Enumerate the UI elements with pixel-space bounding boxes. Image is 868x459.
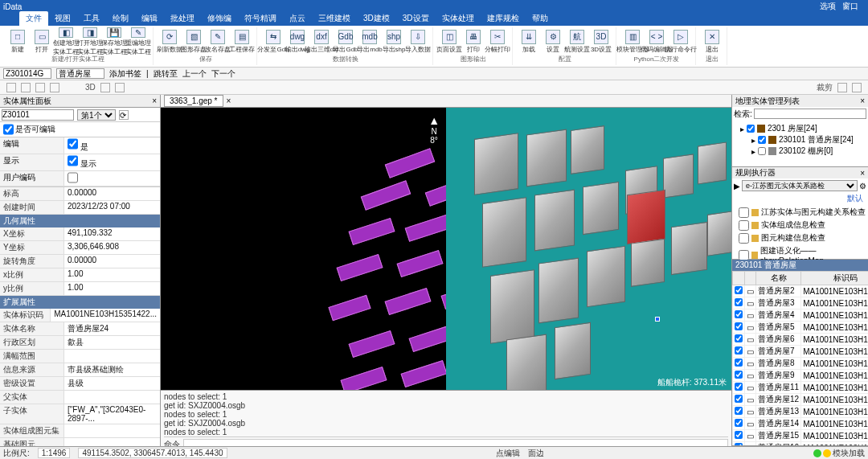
building-3d[interactable]: [526, 129, 567, 186]
edit-mode[interactable]: 点编辑: [496, 448, 520, 459]
building-2d[interactable]: [341, 367, 387, 390]
tool-icon[interactable]: [21, 83, 31, 92]
ribbon-button[interactable]: 航航测设置: [566, 30, 588, 54]
row-checkbox[interactable]: [735, 359, 743, 367]
prop-row[interactable]: X坐标491,109.332: [0, 227, 160, 241]
prop-checkbox[interactable]: [68, 172, 78, 183]
rule-item[interactable]: 实体组成信息检查: [734, 219, 866, 232]
building-2d[interactable]: [361, 180, 411, 210]
building-3d[interactable]: [627, 190, 665, 245]
building-2d[interactable]: [409, 325, 446, 352]
prev-btn[interactable]: 上一个: [182, 68, 207, 80]
building-3d[interactable]: [538, 257, 579, 323]
ribbon-button[interactable]: Gdb导出Gdb: [334, 30, 357, 54]
menu-tab[interactable]: 三维建模: [312, 11, 357, 26]
prop-row[interactable]: x比例1.00: [0, 268, 160, 282]
ribbon-button[interactable]: ◧创建地理实体工程: [55, 30, 77, 54]
building-2d[interactable]: [349, 218, 395, 245]
building-3d[interactable]: [482, 197, 526, 268]
building-3d[interactable]: [707, 210, 731, 256]
building-2d[interactable]: [405, 213, 446, 242]
layer-id-input[interactable]: [2, 109, 74, 121]
rule-item[interactable]: 江苏实体与图元构建关系检查: [734, 206, 866, 219]
search-input[interactable]: [754, 109, 866, 119]
rule-checkbox[interactable]: [739, 233, 749, 244]
tree-checkbox[interactable]: [747, 125, 755, 133]
building-2d[interactable]: [328, 295, 371, 322]
row-checkbox[interactable]: [735, 371, 743, 379]
prop-row[interactable]: 信息来源市县级基础测绘: [0, 363, 160, 377]
ribbon-button[interactable]: ⇊加载: [518, 30, 540, 54]
run-icon[interactable]: ▶: [734, 182, 740, 191]
prop-row[interactable]: 行政区划歙县: [0, 336, 160, 350]
scale-value[interactable]: 1:1496: [38, 448, 71, 458]
table-row[interactable]: ▭普通房屋8MA1001NE103H1535...: [733, 358, 869, 370]
building-3d[interactable]: [663, 154, 694, 198]
crop-label[interactable]: 裁剪: [817, 82, 833, 93]
close-icon[interactable]: ×: [227, 96, 231, 105]
building-3d[interactable]: [671, 222, 707, 275]
ribbon-button[interactable]: ▷执行命令行: [669, 30, 692, 54]
tree-checkbox[interactable]: [758, 147, 766, 155]
rule-item[interactable]: 图元构建信息检查: [734, 232, 866, 244]
ribbon-button[interactable]: □新建: [6, 30, 29, 54]
tree-node[interactable]: ▸ 230102 棚房[0]: [734, 145, 866, 157]
row-checkbox[interactable]: [735, 298, 743, 306]
ribbon-button[interactable]: ◫页面设置: [438, 30, 461, 54]
tool-icon[interactable]: [852, 83, 862, 92]
ribbon-button[interactable]: 🖶打印: [462, 30, 485, 54]
building-3d[interactable]: [698, 141, 727, 184]
prop-row[interactable]: Y坐标3,306,646.908: [0, 241, 160, 255]
rule-checkbox[interactable]: [739, 207, 749, 218]
building-2d[interactable]: [385, 288, 432, 315]
default-link[interactable]: 默认: [732, 193, 868, 204]
row-checkbox[interactable]: [735, 286, 743, 294]
building-2d[interactable]: [425, 176, 446, 206]
ribbon-button[interactable]: 💾保存地理实体工程: [103, 30, 125, 54]
ribbon-button[interactable]: dxf输出三维dxf: [310, 30, 333, 54]
building-2d[interactable]: [349, 330, 395, 358]
ribbon-button[interactable]: ⟳刷新数据: [158, 30, 181, 54]
building-2d[interactable]: [337, 254, 383, 281]
menu-tab[interactable]: 工具: [77, 11, 106, 26]
building-3d[interactable]: [587, 246, 625, 308]
opt-link[interactable]: 选项: [820, 1, 836, 12]
table-row[interactable]: ▭普通房屋2MA1001NE103H1535...: [733, 285, 869, 297]
3d-label[interactable]: 3D: [85, 83, 96, 92]
menu-tab[interactable]: 批处理: [164, 11, 201, 26]
menu-tab[interactable]: 绘制: [106, 11, 135, 26]
building-3d[interactable]: [474, 133, 518, 195]
menu-tab[interactable]: 修饰编: [201, 11, 238, 26]
rule-checkbox[interactable]: [739, 220, 749, 231]
prop-row[interactable]: 旋转角度0.00000: [0, 255, 160, 268]
code-input[interactable]: [3, 68, 51, 79]
building-2d[interactable]: [385, 148, 436, 178]
menu-tab[interactable]: 视图: [48, 11, 77, 26]
tool-icon[interactable]: [837, 83, 847, 92]
ribbon-button[interactable]: ▧图形存盘: [182, 30, 205, 54]
building-2d[interactable]: [401, 360, 446, 387]
table-row[interactable]: ▭普通房屋9MA1001NE103H1535...: [733, 370, 869, 382]
ribbon-button[interactable]: ▤工程保存: [231, 30, 253, 54]
menu-tab[interactable]: 点云: [283, 11, 312, 26]
next-btn[interactable]: 下一个: [211, 68, 235, 80]
row-checkbox[interactable]: [735, 310, 743, 318]
window-link[interactable]: 窗口: [842, 1, 858, 12]
row-checkbox[interactable]: [735, 443, 743, 445]
tool-icon[interactable]: [100, 83, 110, 92]
prop-row[interactable]: 满幅范围: [0, 350, 160, 363]
table-row[interactable]: ▭普通房屋11MA1001NE103H1535...: [733, 382, 869, 394]
tool-icon[interactable]: [6, 83, 16, 92]
prop-row[interactable]: 基础图元: [0, 438, 160, 446]
table-row[interactable]: ▭普通房屋14MA1001NE103H1535...: [733, 418, 869, 430]
row-checkbox[interactable]: [735, 431, 743, 439]
nth-select[interactable]: 第1个: [77, 109, 116, 121]
building-3d[interactable]: [555, 322, 591, 379]
refresh-icon[interactable]: ⟳: [119, 110, 129, 120]
tree-node[interactable]: ▸ 2301 房屋[24]: [734, 123, 866, 134]
row-checkbox[interactable]: [735, 383, 743, 391]
tree-node[interactable]: ▸ 230101 普通房屋[24]: [734, 134, 866, 145]
viewport-3d[interactable]: 船船桅杆: 373.11米: [446, 108, 731, 390]
ribbon-button[interactable]: mdb导出mdb: [358, 30, 381, 54]
prop-checkbox[interactable]: [68, 155, 78, 166]
